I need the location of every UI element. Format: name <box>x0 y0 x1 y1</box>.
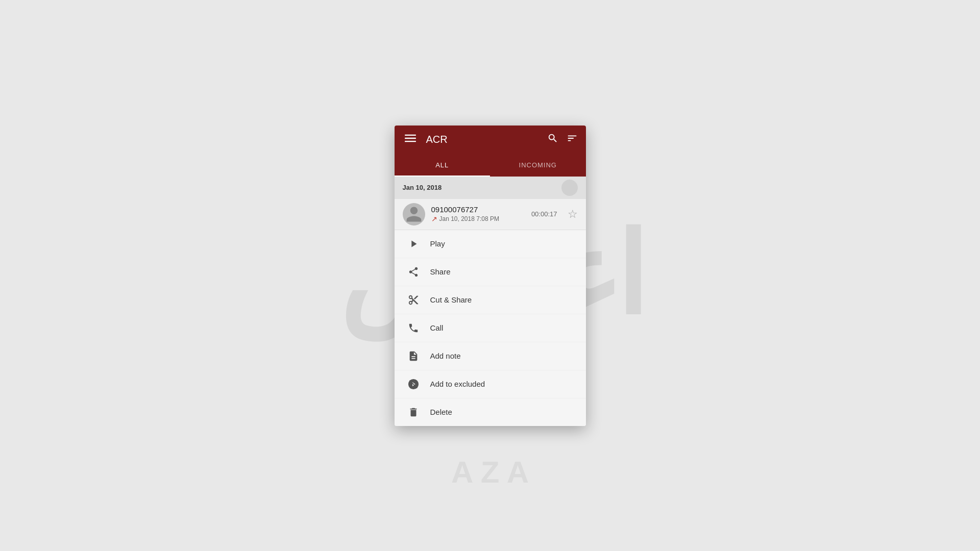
menu-label-play: Play <box>430 239 445 248</box>
tabs-bar: ALL INCOMING <box>395 154 586 177</box>
note-icon <box>407 349 420 363</box>
date-label: Jan 10, 2018 <box>403 184 442 191</box>
tab-incoming[interactable]: INCOMING <box>490 154 586 177</box>
menu-label-add-note: Add note <box>430 352 461 360</box>
delete-icon <box>407 406 420 419</box>
star-button[interactable]: ☆ <box>568 208 578 221</box>
phone-number: 09100076727 <box>431 205 525 214</box>
app-title: ACR <box>426 134 448 145</box>
menu-item-add-note[interactable]: Add note <box>395 342 586 370</box>
tab-all[interactable]: ALL <box>395 154 491 177</box>
watermark-latin: A Z A <box>451 455 529 490</box>
svg-rect-2 <box>405 141 416 142</box>
share-icon <box>407 265 420 279</box>
circle-indicator <box>561 180 578 196</box>
exclude-icon <box>407 378 420 391</box>
top-bar-left: ACR <box>403 131 448 149</box>
call-icon <box>407 321 420 335</box>
context-menu: Play Share Cut & Share <box>395 230 586 426</box>
outgoing-arrow-icon: ↗ <box>431 215 437 223</box>
menu-item-share[interactable]: Share <box>395 258 586 286</box>
menu-item-delete[interactable]: Delete <box>395 398 586 426</box>
menu-label-call: Call <box>430 323 444 332</box>
hamburger-icon[interactable] <box>403 131 418 149</box>
search-icon[interactable] <box>547 133 558 146</box>
svg-rect-0 <box>405 134 416 135</box>
menu-label-add-excluded: Add to excluded <box>430 380 485 388</box>
top-bar: ACR <box>395 126 586 154</box>
menu-item-play[interactable]: Play <box>395 230 586 258</box>
scissors-icon <box>407 293 420 307</box>
menu-label-cut-share: Cut & Share <box>430 295 472 304</box>
svg-rect-1 <box>405 137 416 138</box>
menu-item-cut-share[interactable]: Cut & Share <box>395 286 586 314</box>
call-info: 09100076727 ↗ Jan 10, 2018 7:08 PM <box>431 205 525 223</box>
menu-label-share: Share <box>430 267 451 276</box>
avatar <box>403 203 425 226</box>
menu-item-add-excluded[interactable]: Add to excluded <box>395 370 586 398</box>
filter-icon[interactable] <box>567 133 578 146</box>
call-record[interactable]: 09100076727 ↗ Jan 10, 2018 7:08 PM 00:00… <box>395 199 586 230</box>
call-date: ↗ Jan 10, 2018 7:08 PM <box>431 215 525 223</box>
top-bar-right <box>547 133 578 146</box>
call-duration: 00:00:17 <box>531 210 557 218</box>
menu-item-call[interactable]: Call <box>395 314 586 342</box>
menu-label-delete: Delete <box>430 408 452 416</box>
phone-container: ACR ALL INCOMING Jan 10, 2018 <box>395 126 586 426</box>
play-icon <box>407 237 420 251</box>
date-header: Jan 10, 2018 <box>395 177 586 199</box>
